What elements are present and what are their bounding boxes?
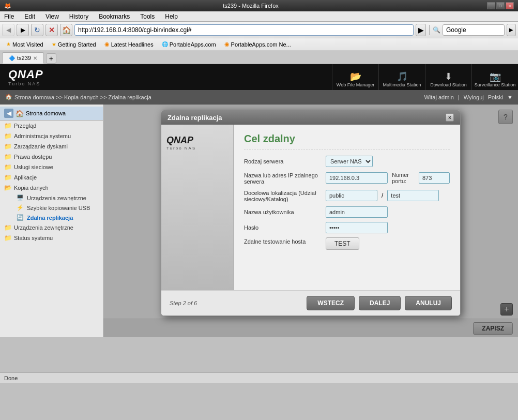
- sidebar-item-przeglad[interactable]: 📁 Przegląd: [0, 121, 103, 131]
- menu-file[interactable]: File: [2, 12, 16, 21]
- maximize-button[interactable]: □: [496, 2, 505, 9]
- toolbar-separator: [429, 25, 430, 35]
- star-icon: ★: [6, 41, 11, 47]
- bookmark-label: PortableApps.com Ne...: [231, 41, 291, 48]
- modal-footer: Step 2 of 6 WSTECZ DALEJ ANULUJ: [161, 290, 460, 316]
- modal-close-button[interactable]: ×: [446, 113, 454, 122]
- folder-icon: 📁: [4, 153, 12, 160]
- sidebar-home[interactable]: ◀ 🏠 Strona domowa: [0, 107, 103, 121]
- refresh-button[interactable]: ↻: [31, 24, 43, 36]
- sidebar-label: Urządzenia zewnętrzne: [14, 224, 73, 231]
- language-arrow[interactable]: ▼: [507, 94, 513, 100]
- sidebar-label: Urządzenia zewnętrzne: [27, 195, 86, 201]
- menu-bookmarks[interactable]: Bookmarks: [97, 12, 132, 21]
- tab-favicon: 🔷: [9, 55, 15, 61]
- menu-edit[interactable]: Edit: [22, 12, 37, 21]
- sidebar-item-zdalna[interactable]: 🔄 Zdalna replikacja: [0, 213, 103, 222]
- bookmark-headlines[interactable]: ◉ Latest Headlines: [101, 40, 157, 49]
- browser-menubar: File Edit View History Bookmarks Tools H…: [0, 11, 518, 22]
- multimedia-icon: 🎵: [397, 71, 408, 82]
- rodzaj-serwera-label: Rodzaj serwera: [244, 158, 322, 164]
- footer-buttons: WSTECZ DALEJ ANULUJ: [307, 296, 452, 310]
- menu-view[interactable]: View: [43, 12, 61, 21]
- close-button[interactable]: ×: [506, 2, 514, 9]
- tab-label: ts239: [17, 55, 31, 61]
- back-button[interactable]: WSTECZ: [307, 296, 355, 310]
- test-button[interactable]: TEST: [326, 237, 359, 250]
- bookmark-most-visited[interactable]: ★ Most Visited: [3, 40, 47, 49]
- window-title: ts239 - Mozilla Firefox: [14, 3, 487, 9]
- sidebar-item-urzadzenia[interactable]: 📁 Urządzenia zewnętrzne: [0, 222, 103, 233]
- menu-help[interactable]: Help: [163, 12, 180, 21]
- usb-icon: ⚡: [17, 204, 24, 211]
- server-ip-input[interactable]: [326, 172, 388, 184]
- cancel-button[interactable]: ANULUJ: [405, 296, 452, 310]
- nav-label: Download Station: [430, 82, 467, 87]
- username-input[interactable]: [326, 206, 388, 218]
- nav-multimedia-station[interactable]: 🎵 Multimedia Station: [378, 64, 425, 90]
- nav-download-station[interactable]: ⬇ Download Station: [425, 64, 471, 90]
- sidebar-item-zarzadzanie[interactable]: 📁 Zarządzanie dyskami: [0, 141, 103, 152]
- home-button[interactable]: 🏠: [60, 24, 72, 36]
- language-selector[interactable]: Polski: [488, 94, 503, 100]
- browser-titlebar: 🦊 ts239 - Mozilla Firefox _ □ ×: [0, 0, 518, 11]
- logout-link[interactable]: Wyloguj: [464, 94, 484, 100]
- menu-history[interactable]: History: [67, 12, 90, 21]
- bookmark-portableapps[interactable]: 🌐 PortableApps.com: [159, 40, 219, 49]
- stop-button[interactable]: ✕: [45, 24, 58, 36]
- form-row-ip: Nazwa lub adres IP zdalnego serwera Nume…: [244, 171, 450, 185]
- password-input[interactable]: [326, 222, 388, 233]
- sidebar-item-kopia[interactable]: 📂 Kopia danych: [0, 183, 103, 193]
- sidebar-item-usb[interactable]: ⚡ Szybkie kopiowanie USB: [0, 203, 103, 213]
- search-input[interactable]: [443, 24, 505, 36]
- welcome-text: Witaj admin: [424, 94, 453, 100]
- port-input[interactable]: [419, 172, 450, 184]
- search-go-button[interactable]: ▶: [507, 24, 516, 36]
- minimize-button[interactable]: _: [487, 2, 495, 9]
- folder-icon: 📁: [4, 132, 12, 140]
- bookmark-getting-started[interactable]: ★ Getting Started: [49, 40, 99, 49]
- docelowa-katalog-input[interactable]: [387, 190, 439, 201]
- sidebar-item-aplikacje[interactable]: 📁 Aplikacje: [0, 172, 103, 183]
- bookmark-portableapps2[interactable]: ◉ PortableApps.com Ne...: [221, 40, 294, 49]
- nav-surveillance-station[interactable]: 📷 Surveillance Station: [471, 64, 518, 90]
- nav-web-file-manager[interactable]: 📂 Web File Manager: [332, 64, 378, 90]
- sidebar-item-prawa[interactable]: 📁 Prawa dostępu: [0, 152, 103, 162]
- nav-label: Multimedia Station: [383, 82, 421, 87]
- address-bar[interactable]: [74, 24, 414, 36]
- docelowa-udzial-input[interactable]: [326, 190, 377, 201]
- sidebar-item-administracja[interactable]: 📁 Administracja systemu: [0, 131, 103, 141]
- next-button[interactable]: DALEJ: [359, 296, 401, 310]
- new-tab-button[interactable]: +: [46, 53, 56, 64]
- nav-label: Web File Manager: [337, 82, 374, 87]
- home-icon: 🏠: [5, 94, 12, 100]
- sidebar-item-uslugi[interactable]: 📁 Usługi sieciowe: [0, 162, 103, 172]
- modal-title: Zdalna replikacja: [167, 114, 222, 122]
- forward-button[interactable]: ▶: [17, 24, 29, 36]
- browser-tab-ts239[interactable]: 🔷 ts239 ✕: [2, 52, 44, 64]
- qnap-app: QNAP Turbo NAS 📂 Web File Manager 🎵 Mult…: [0, 64, 518, 372]
- back-button[interactable]: ◀: [2, 24, 14, 36]
- form-row-nazwa: Nazwa użytkownika: [244, 206, 450, 218]
- sidebar-item-urzadzenia-zewn[interactable]: 🖥️ Urządzenia zewnętrzne: [0, 193, 103, 203]
- browser-status-bar: Done: [0, 372, 518, 383]
- menu-tools[interactable]: Tools: [138, 12, 157, 21]
- sidebar-toggle[interactable]: ◀: [4, 109, 13, 118]
- sidebar-item-status[interactable]: 📁 Status systemu: [0, 233, 103, 243]
- sidebar-label: Szybkie kopiowanie USB: [27, 205, 90, 211]
- go-button[interactable]: ▶: [416, 24, 426, 36]
- browser-toolbar: ◀ ▶ ↻ ✕ 🏠 ▶ 🔍 ▶: [0, 22, 518, 38]
- window-controls[interactable]: _ □ ×: [487, 2, 514, 9]
- modal-titlebar: Zdalna replikacja ×: [161, 110, 460, 125]
- file-manager-icon: 📂: [350, 71, 361, 82]
- sidebar-label: Zdalna replikacja: [27, 215, 73, 221]
- folder-icon: 📁: [4, 163, 12, 171]
- sidebar-label: Status systemu: [14, 235, 53, 241]
- tab-close-button[interactable]: ✕: [33, 55, 37, 61]
- sidebar-label: Usługi sieciowe: [14, 164, 53, 170]
- search-icon: 🔍: [433, 26, 440, 34]
- rodzaj-serwera-select[interactable]: Serwer NAS: [326, 156, 373, 167]
- bookmark-label: PortableApps.com: [170, 41, 216, 48]
- modal-form: Cel zdalny Rodzaj serwera Serwer NAS Na: [234, 125, 460, 290]
- sync-icon: 🔄: [17, 214, 24, 221]
